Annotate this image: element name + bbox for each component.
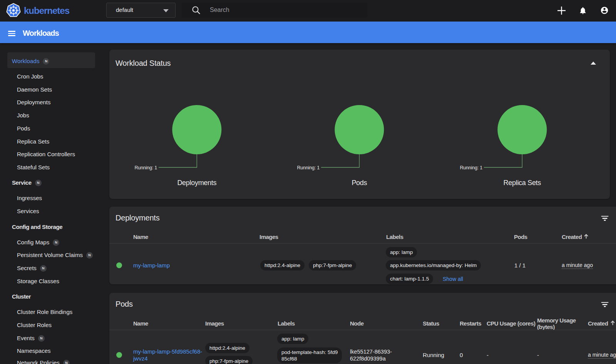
svg-text:Running: 1: Running: 1 bbox=[135, 165, 157, 170]
svg-text:Running: 1: Running: 1 bbox=[297, 165, 320, 170]
svg-text:Replica Sets: Replica Sets bbox=[504, 179, 541, 187]
svg-text:Running: 1: Running: 1 bbox=[460, 165, 483, 170]
svg-text:Deployments: Deployments bbox=[177, 179, 216, 187]
svg-text:Pods: Pods bbox=[352, 179, 367, 187]
